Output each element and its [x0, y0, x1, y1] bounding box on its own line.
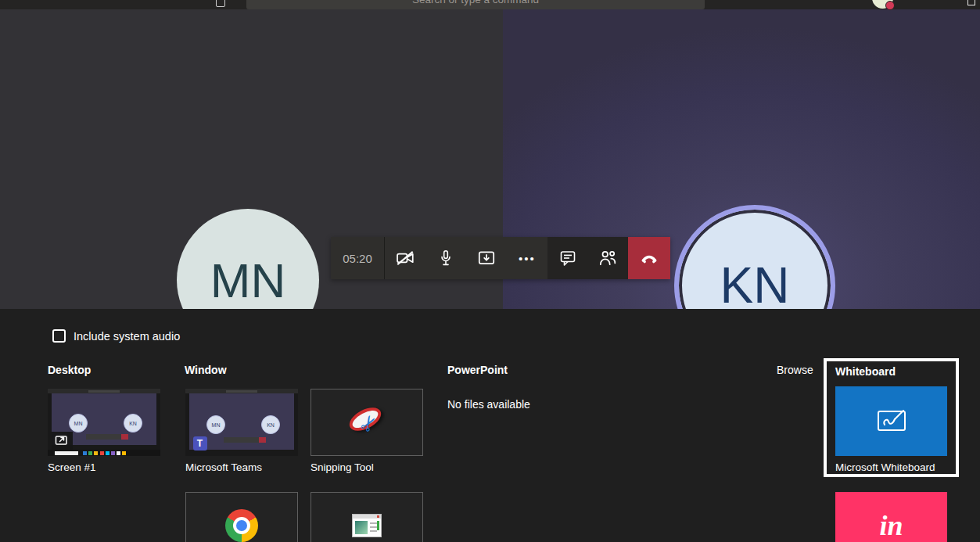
- genwin-line: [370, 522, 377, 524]
- busy-status-dot: [885, 1, 895, 10]
- share-source-invision-freehand[interactable]: in: [835, 492, 947, 542]
- video-stage: MN KN 05:20: [0, 9, 980, 309]
- screen-1-preview: MN KN: [48, 389, 160, 456]
- genwin-line: [370, 530, 377, 532]
- call-timer: 05:20: [331, 237, 385, 279]
- section-title-desktop: Desktop: [48, 364, 91, 376]
- share-screen-icon: [476, 248, 497, 268]
- share-screen-button[interactable]: [466, 237, 507, 279]
- section-title-powerpoint: PowerPoint: [447, 364, 508, 376]
- chrome-center: [233, 517, 250, 534]
- mini-avatar-mn: MN: [69, 414, 88, 433]
- genwin-scrollbar: [377, 521, 379, 530]
- genwin-content-pane: [355, 521, 368, 534]
- genwin-close-dot: [377, 515, 379, 518]
- share-tray: Include system audio Desktop Window Powe…: [0, 309, 980, 542]
- share-source-app-window[interactable]: [311, 492, 423, 542]
- participants-button[interactable]: [587, 237, 628, 279]
- more-options-icon: •••: [519, 252, 536, 265]
- mini-taskbar: [48, 450, 160, 456]
- avatar-mn: MN: [177, 209, 319, 309]
- mic-button[interactable]: [425, 237, 466, 279]
- chat-button[interactable]: [547, 237, 587, 279]
- share-source-snipping-tool[interactable]: ✂: [311, 389, 423, 456]
- snipping-tool-icon: ✂: [343, 404, 390, 441]
- whiteboard-pen-icon: [874, 407, 909, 436]
- mini-avatar-kn: KN: [124, 414, 142, 433]
- call-control-bar: 05:20: [331, 237, 670, 279]
- section-title-whiteboard: Whiteboard: [835, 365, 896, 378]
- participants-icon: [598, 248, 618, 268]
- share-source-chrome[interactable]: [185, 492, 298, 542]
- teams-meeting-window: Search or type a command MN KN 05:20: [0, 0, 980, 542]
- avatar-mn-initials: MN: [210, 253, 285, 308]
- mini-taskbar-icons: [83, 451, 139, 455]
- google-chrome-logo-icon: [225, 509, 258, 542]
- chat-icon: [558, 249, 577, 267]
- window-restore-icon[interactable]: [967, 0, 975, 5]
- genwin-line: [370, 526, 377, 528]
- mini-call-bar: [86, 434, 128, 440]
- share-source-label: Microsoft Whiteboard: [835, 461, 935, 473]
- share-source-label: Snipping Tool: [311, 461, 374, 473]
- mini-call-bar: [224, 437, 266, 443]
- section-title-window: Window: [185, 364, 227, 376]
- avatar-kn-speaking-ring: KN: [674, 205, 835, 309]
- invision-logo: in: [879, 509, 903, 542]
- mini-search-bar: [88, 390, 120, 393]
- teams-logo-icon: T: [189, 434, 210, 452]
- pop-out-icon[interactable]: [216, 0, 225, 7]
- include-system-audio-checkbox[interactable]: [52, 329, 66, 343]
- mini-avatar-kn: KN: [261, 415, 280, 434]
- share-source-label: Screen #1: [48, 461, 96, 473]
- share-source-label: Microsoft Teams: [185, 461, 262, 473]
- include-system-audio-label: Include system audio: [74, 330, 180, 343]
- avatar-kn-initials: KN: [720, 257, 790, 309]
- hang-up-icon: [639, 248, 659, 268]
- powerpoint-empty-text: No files available: [447, 398, 530, 411]
- hang-up-button[interactable]: [628, 237, 670, 279]
- camera-off-button[interactable]: [385, 237, 425, 279]
- application-window-icon: [352, 514, 382, 537]
- search-input[interactable]: Search or type a command: [246, 0, 705, 9]
- call-controls-main: •••: [385, 237, 547, 279]
- share-source-screen-1[interactable]: MN KN: [48, 389, 160, 456]
- mini-avatar-mn: MN: [206, 415, 225, 434]
- browse-button[interactable]: Browse: [777, 364, 813, 376]
- share-source-microsoft-whiteboard[interactable]: [835, 386, 947, 456]
- mini-taskbar-search: [55, 451, 78, 455]
- camera-off-icon: [395, 248, 415, 268]
- mini-search-bar: [226, 390, 257, 393]
- include-system-audio-toggle[interactable]: Include system audio: [52, 329, 180, 343]
- whiteboard-section: Whiteboard Microsoft Whiteboard: [824, 358, 959, 477]
- share-source-teams-window[interactable]: MN KN T: [185, 389, 298, 456]
- app-top-bar: Search or type a command: [0, 0, 980, 9]
- screen-share-overlay-icon: [52, 432, 73, 450]
- call-controls-secondary: [547, 237, 628, 279]
- more-options-button[interactable]: •••: [507, 237, 547, 279]
- microphone-icon: [436, 249, 455, 267]
- teams-window-preview: MN KN T: [185, 389, 298, 456]
